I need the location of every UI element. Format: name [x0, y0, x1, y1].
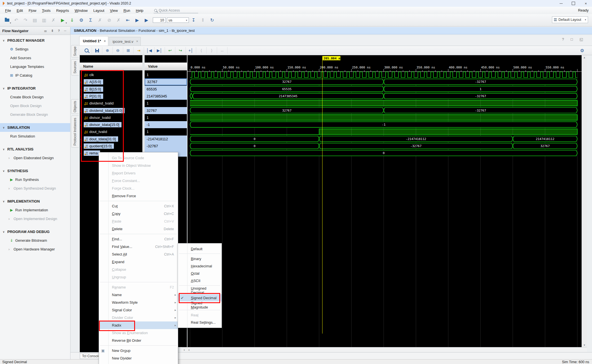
tab-ipcore-test-v[interactable]: ipcore_test.v× — [109, 37, 141, 46]
paste-button[interactable]: ▥ — [39, 16, 49, 25]
nav-item-open-hardware-manager[interactable]: ›Open Hardware Manager — [0, 245, 70, 254]
signal-row-a-15-0-[interactable]: ›A[15:0] — [80, 78, 142, 85]
find-button[interactable] — [81, 47, 92, 54]
menu-tools[interactable]: Tools — [39, 8, 53, 13]
menu-item-default[interactable]: Default — [178, 245, 222, 252]
signal-row-dividend-tvalid[interactable]: dividend_tvalid — [80, 100, 142, 107]
nav-header-synthesis[interactable]: ∨SYNTHESIS — [0, 167, 70, 175]
signal-value-p-31-0-[interactable]: 2147385345 — [145, 93, 187, 100]
menu-item-binary[interactable]: Binary — [178, 255, 222, 262]
menu-item-select-all[interactable]: Select AllCtrl+A — [99, 250, 178, 258]
signal-row-dividend-tdata-15-0-[interactable]: ›dividend_tdata[15:0] — [80, 107, 142, 114]
signal-row-clk[interactable]: clk — [80, 71, 142, 78]
next-transition-button[interactable]: ▶│ — [154, 47, 165, 54]
menu-item-reverse-bit-order[interactable]: Reverse Bit Order — [99, 337, 178, 344]
report-button[interactable]: Σ — [86, 16, 95, 25]
redo-zoom-button[interactable]: ↪ — [175, 47, 186, 54]
save-waveform-button[interactable] — [92, 47, 102, 54]
value-column-header[interactable]: Value — [145, 63, 187, 70]
previous-transition-button[interactable]: │◀ — [144, 47, 154, 54]
zoom-out-button[interactable]: ⊖ — [113, 47, 123, 54]
zoom-to-cursor-button[interactable]: ⇥ — [134, 47, 144, 54]
waveform-area[interactable]: 0.000 ns50.000 ns100.000 ns150.000 ns200… — [187, 55, 582, 347]
run-all-button[interactable]: ▶ — [132, 16, 142, 25]
signal-value-dividend-tdata-15-0-[interactable]: 32767 — [145, 107, 187, 114]
menu-item-remove-force[interactable]: Remove Force — [99, 192, 178, 200]
menu-item-waveform-style[interactable]: Waveform Style▸ — [99, 299, 178, 306]
menu-item-new-divider[interactable]: New Divider — [99, 354, 178, 362]
menu-item-signal-color[interactable]: Signal Color▸ — [99, 306, 178, 314]
signal-value-divisor-tvalid[interactable]: 1 — [145, 114, 187, 121]
zoom-fit-button[interactable]: ⊞ — [123, 47, 134, 54]
splitter-collapse-icon[interactable]: ‹ — [187, 348, 191, 352]
menu-item-find-value-[interactable]: Find Value...Ctrl+Shift+F — [99, 243, 178, 250]
signal-value-dout-tvalid[interactable]: 1 — [145, 128, 187, 135]
side-tab-protocol-instances[interactable]: Protocol Instances — [71, 116, 79, 148]
next-marker-button[interactable]: ⟩ — [207, 47, 217, 54]
copy-button[interactable]: ▤ — [30, 16, 39, 25]
settings-button[interactable]: ⚙ — [77, 16, 86, 25]
menu-item-ascii[interactable]: ASCII — [178, 277, 222, 284]
open-recent-button[interactable]: ▾ — [2, 16, 12, 25]
signal-value-clk[interactable]: 1 — [145, 71, 187, 78]
menu-item-radix[interactable]: Radix▸ — [99, 321, 178, 329]
menu-item-hexadecimal[interactable]: Hexadecimal — [178, 262, 222, 270]
signal-row-dout-tvalid[interactable]: dout_tvalid — [80, 128, 142, 135]
nav-item-open-block-design[interactable]: Open Block Design — [0, 101, 70, 110]
signal-value-a-15-0-[interactable]: 32767 — [145, 78, 187, 85]
tab-tcl-console[interactable]: Tcl Console — [80, 353, 99, 359]
expand-chevron-icon[interactable]: › — [80, 152, 84, 155]
expand-chevron-icon[interactable]: › — [80, 80, 84, 84]
menu-item-unsigned-decimal[interactable]: Unsigned Decimal — [178, 287, 222, 294]
menu-item-expand[interactable]: Expand — [99, 258, 178, 266]
step-button[interactable]: ⇓ — [67, 16, 77, 25]
close-icon[interactable]: × — [104, 39, 106, 43]
expand-chevron-icon[interactable]: › — [80, 137, 84, 141]
undo-button[interactable]: ↶ — [12, 16, 21, 25]
nav-header-implementation[interactable]: ∨IMPLEMENTATION — [0, 197, 70, 206]
menu-window[interactable]: Window — [72, 8, 90, 13]
run-button[interactable]: ▶▾ — [58, 16, 67, 25]
menu-item-copy[interactable]: CopyCtrl+C — [99, 210, 178, 217]
signal-value-quotient-15-0-[interactable]: -32767 — [145, 143, 187, 150]
nav-item-open-synthesized-design[interactable]: ›Open Synthesized Design — [0, 184, 70, 193]
tab-untitled-1-[interactable]: Untitled 1*× — [79, 36, 108, 46]
span-markers-button[interactable]: ↔ — [217, 47, 227, 54]
menu-item-name[interactable]: Name▸ — [99, 291, 178, 299]
nav-item-language-templates[interactable]: Language Templates — [0, 62, 70, 71]
minimize-button[interactable] — [555, 0, 567, 7]
nav-item-add-sources[interactable]: Add Sources — [0, 54, 70, 62]
side-tab-sources[interactable]: Sources — [71, 59, 79, 76]
redo-button[interactable]: ↷ — [21, 16, 30, 25]
menu-item-new-group[interactable]: ▣New Group — [99, 347, 178, 354]
horizontal-scrollbar[interactable]: › ‹ — [182, 347, 587, 352]
expand-chevron-icon[interactable]: › — [80, 88, 84, 91]
time-input[interactable]: 10 — [153, 17, 166, 23]
waveform-canvas[interactable]: 0.000 ns50.000 ns100.000 ns150.000 ns200… — [187, 55, 582, 347]
zoom-in-button[interactable]: ⊕ — [102, 47, 113, 54]
prev-marker-button[interactable]: ⟨ — [196, 47, 207, 54]
nav-item-run-synthesis[interactable]: ▶Run Synthesis — [0, 175, 70, 184]
vertical-scrollbar[interactable]: ▴ ▾ — [582, 55, 587, 347]
nav-item-generate-bitstream[interactable]: ⇓Generate Bitstream — [0, 236, 70, 245]
nav-item-settings[interactable]: ⚙Settings — [0, 45, 70, 54]
expand-chevron-icon[interactable]: › — [80, 95, 84, 98]
signal-row-dout-tdata-31-0-[interactable]: ›dout_tdata[31:0] — [80, 136, 142, 143]
name-column-header[interactable]: Name — [80, 63, 142, 70]
expand-chevron-icon[interactable]: › — [80, 109, 84, 112]
signal-value-b-15-0-[interactable]: 65535 — [145, 86, 187, 93]
signal-row-quotient-15-0-[interactable]: ›quotient[15:0] — [80, 143, 142, 150]
expand-chevron-icon[interactable]: › — [80, 145, 84, 148]
nav-header-project-manager[interactable]: ∨PROJECT MANAGER — [0, 36, 70, 45]
add-marker-button[interactable]: +│ — [186, 47, 196, 54]
break-button[interactable]: ✗ — [95, 16, 105, 25]
signal-value-dividend-tvalid[interactable]: 1 — [145, 100, 187, 107]
nav-item-open-elaborated-design[interactable]: ›Open Elaborated Design — [0, 154, 70, 162]
menu-edit[interactable]: Edit — [14, 8, 26, 13]
flow-navigator-header-icons[interactable]: ⚌ ⇕ ? ─ — [44, 29, 68, 33]
nav-item-run-simulation[interactable]: Run Simulation — [0, 132, 70, 141]
nav-header-rtl-analysis[interactable]: ∨RTL ANALYSIS — [0, 145, 70, 154]
menu-item-cut[interactable]: CutCtrl+X — [99, 202, 178, 210]
layout-selector[interactable]: Default Layout ▾ — [552, 16, 588, 23]
maximize-button[interactable] — [567, 0, 580, 7]
